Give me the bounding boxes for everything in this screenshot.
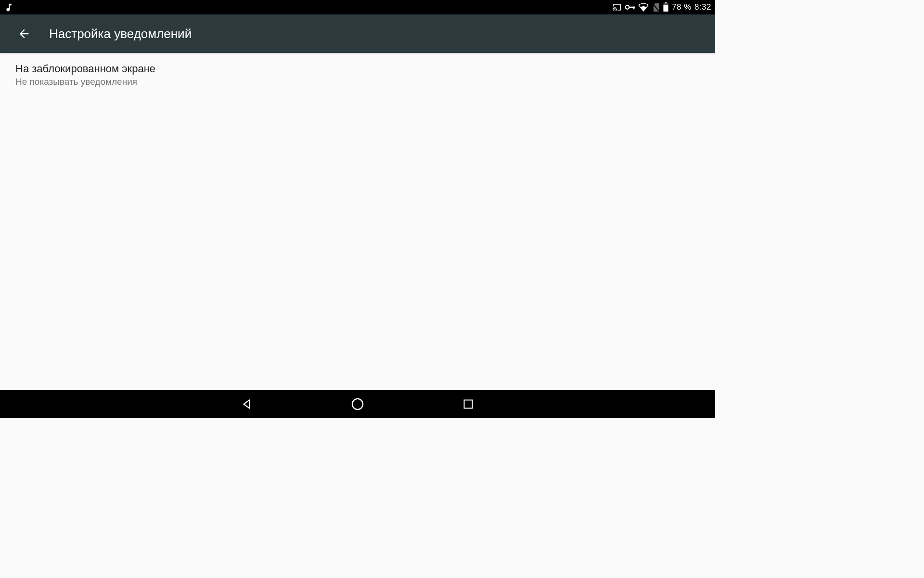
triangle-back-icon [241,398,253,410]
music-note-icon [4,2,14,13]
setting-title: На заблокированном экране [15,63,700,75]
wifi-icon [638,3,649,12]
vpn-key-icon [625,4,635,11]
arrow-back-icon [17,27,31,40]
status-bar-right: 78 % 8:32 [612,2,711,12]
setting-subtitle: Не показывать уведомления [15,77,700,87]
status-bar: 78 % 8:32 [0,0,715,14]
svg-point-7 [352,399,363,409]
svg-rect-2 [633,7,635,10]
battery-percent: 78 % [672,2,692,12]
nav-back-button[interactable] [235,392,259,416]
circle-home-icon [351,397,364,411]
battery-icon [663,2,669,12]
navigation-bar [0,390,715,418]
svg-rect-4 [665,2,667,3]
no-sim-icon [652,2,660,12]
status-bar-left [4,2,14,13]
cast-icon [612,3,622,12]
clock-time: 8:32 [694,2,711,12]
back-button[interactable] [14,24,34,43]
square-recent-icon [462,398,474,410]
nav-recent-button[interactable] [456,392,480,416]
app-bar: Настройка уведомлений [0,14,715,53]
svg-point-0 [626,5,629,9]
setting-lock-screen[interactable]: На заблокированном экране Не показывать … [0,53,715,96]
svg-rect-8 [464,400,473,408]
nav-home-button[interactable] [346,392,370,416]
svg-rect-6 [664,5,668,12]
page-title: Настройка уведомлений [49,26,192,41]
settings-list: На заблокированном экране Не показывать … [0,53,715,390]
